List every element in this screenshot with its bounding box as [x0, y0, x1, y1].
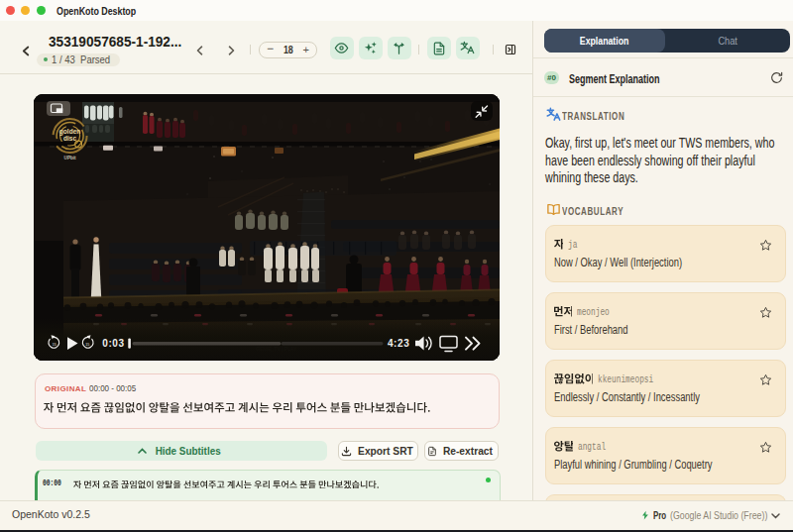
svg-text:15: 15 [85, 343, 89, 347]
svg-text:15: 15 [53, 343, 57, 347]
svg-text:4:23: 4:23 [388, 338, 409, 349]
svg-text:disc: disc [63, 135, 77, 142]
svg-text:0:03: 0:03 [102, 338, 124, 349]
svg-text:UPbit: UPbit [64, 156, 76, 160]
